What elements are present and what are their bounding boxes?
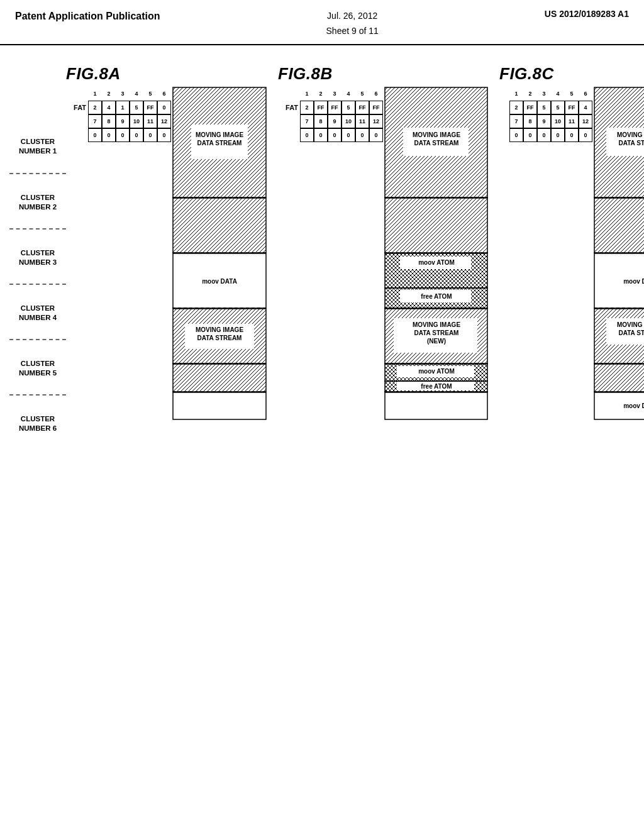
- c-addr-1: 7: [509, 114, 523, 128]
- block-8b-1-l1: MOVING IMAGE: [413, 131, 460, 138]
- block-8a-4-label1: MOVING IMAGE: [196, 326, 243, 333]
- c-c-6: 4: [579, 101, 592, 114]
- block-8a-3-label: moov DATA: [202, 278, 237, 285]
- b-addr-3: 9: [328, 114, 341, 128]
- fat-cell-1-1: 2: [88, 101, 102, 114]
- block-8b-5a-label: moov ATOM: [418, 368, 455, 375]
- c-c-4: 5: [551, 101, 565, 114]
- c-addr-2: 8: [523, 114, 537, 128]
- b-addr-5: 11: [355, 114, 369, 128]
- addr-3: 9: [116, 114, 130, 128]
- c-z-4: 0: [551, 128, 565, 142]
- block-8a-5: [173, 364, 266, 392]
- fat-label-spacer: [66, 87, 88, 101]
- fat-zero-row: 0 0 0 0 0 0: [66, 128, 171, 142]
- c-col-3: 3: [537, 87, 551, 101]
- col-5: 5: [143, 87, 157, 101]
- b-c-3: FF: [328, 101, 341, 114]
- b-z-5: 0: [355, 128, 369, 142]
- block-8b-3a-label: moov ATOM: [418, 259, 455, 266]
- b-c-6: FF: [369, 101, 383, 114]
- b-col-4: 4: [341, 87, 355, 101]
- fat-data-row-1: FAT 2 4 1 5 FF 0: [66, 101, 171, 114]
- block-8c-4-l2: DATA STREAM: [619, 329, 644, 336]
- zero-3: 0: [116, 128, 130, 142]
- fig-8a-fat: 1 2 3 4 5 6 FAT 2 4: [66, 87, 171, 142]
- fat-c-row-3: 0 0 0 0 0 0: [499, 128, 592, 142]
- block-8b-6: [385, 392, 487, 419]
- c-addr-5: 11: [565, 114, 579, 128]
- col-1: 1: [88, 87, 102, 101]
- b-z-1: 0: [300, 128, 314, 142]
- block-8c-4-l1: MOVING IMAGE: [617, 321, 644, 328]
- c-z-5: 0: [565, 128, 579, 142]
- c-addr-6: 12: [579, 114, 592, 128]
- addr-2: 8: [102, 114, 116, 128]
- fat-c-col-headers: 1 2 3 4 5 6: [499, 87, 592, 101]
- zero-1: 0: [88, 128, 102, 142]
- block-8a-2: [173, 198, 266, 253]
- c-c-5: FF: [565, 101, 579, 114]
- block-8a-1-label1: MOVING IMAGE: [196, 131, 243, 138]
- zero-5: 0: [143, 128, 157, 142]
- block-8b-4-l2: DATA STREAM: [414, 329, 459, 336]
- block-8c-3-label: moov DATA: [623, 278, 644, 285]
- cluster-label-1: CLUSTERNUMBER 1: [9, 118, 66, 173]
- c-z-1: 0: [509, 128, 523, 142]
- block-8a-6: [173, 392, 266, 419]
- fat-c-row-1: 2 FF 5 5 FF 4: [499, 101, 592, 114]
- zero-6: 0: [157, 128, 171, 142]
- fat-b-label: FAT: [278, 101, 300, 114]
- b-z-6: 0: [369, 128, 383, 142]
- fig-8c-inner: 1 2 3 4 5 6 2 FF 5: [499, 87, 644, 420]
- header-right: US 2012/0189283 A1: [545, 9, 629, 19]
- b-c-5: FF: [355, 101, 369, 114]
- c-col-4: 4: [551, 87, 565, 101]
- c-col-2: 2: [523, 87, 537, 101]
- fig-8b-title: FIG.8B: [278, 64, 333, 84]
- page: Patent Application Publication Jul. 26, …: [0, 0, 644, 830]
- zero-4: 0: [130, 128, 143, 142]
- header-left: Patent Application Publication: [15, 9, 160, 24]
- sheet-info: Sheet 9 of 11: [326, 24, 379, 39]
- c-addr-spacer: [499, 114, 509, 128]
- block-8a-4-label2: DATA STREAM: [197, 335, 242, 341]
- col-4: 4: [130, 87, 143, 101]
- col-2: 2: [102, 87, 116, 101]
- c-zero-spacer: [499, 128, 509, 142]
- b-z-3: 0: [328, 128, 341, 142]
- cluster-label-5: CLUSTERNUMBER 5: [9, 339, 66, 394]
- block-8b-1-l2: DATA STREAM: [414, 140, 459, 147]
- b-addr-spacer: [278, 114, 300, 128]
- fat-cell-1-2: 4: [102, 101, 116, 114]
- fat-b-row-1: FAT 2 FF FF 5 FF FF: [278, 101, 383, 114]
- cluster-label-4: CLUSTERNUMBER 4: [9, 284, 66, 339]
- zero-spacer: [66, 128, 88, 142]
- cluster-label-3: CLUSTERNUMBER 3: [9, 228, 66, 284]
- block-8a-1-label2: DATA STREAM: [197, 140, 242, 147]
- addr-1: 7: [88, 114, 102, 128]
- b-addr-6: 12: [369, 114, 383, 128]
- c-z-2: 0: [523, 128, 537, 142]
- fat-b-col-headers: 1 2 3 4 5 6: [278, 87, 383, 101]
- block-8b-5b-label: free ATOM: [421, 383, 452, 390]
- fig-8b-fat: 1 2 3 4 5 6 FAT 2 FF FF: [278, 87, 383, 142]
- c-label-spacer: [499, 101, 509, 114]
- fat-b-row-2: 7 8 9 10 11 12: [278, 114, 383, 128]
- block-8b-4-l3: (NEW): [427, 338, 446, 345]
- b-col-1: 1: [300, 87, 314, 101]
- c-c-2: FF: [523, 101, 537, 114]
- c-c-3: 5: [537, 101, 551, 114]
- b-addr-1: 7: [300, 114, 314, 128]
- fat-cell-1-3: 1: [116, 101, 130, 114]
- b-c-2: FF: [314, 101, 328, 114]
- fat-addr-row: 7 8 9 10 11 12: [66, 114, 171, 128]
- block-8c-1-l2: DATA STREAM: [619, 140, 644, 147]
- fat-c-row-2: 7 8 9 10 11 12: [499, 114, 592, 128]
- c-col-6: 6: [579, 87, 592, 101]
- fat-label: FAT: [66, 101, 88, 114]
- block-8c-5: [594, 364, 644, 392]
- c-z-3: 0: [537, 128, 551, 142]
- col-6: 6: [157, 87, 171, 101]
- addr-spacer: [66, 114, 88, 128]
